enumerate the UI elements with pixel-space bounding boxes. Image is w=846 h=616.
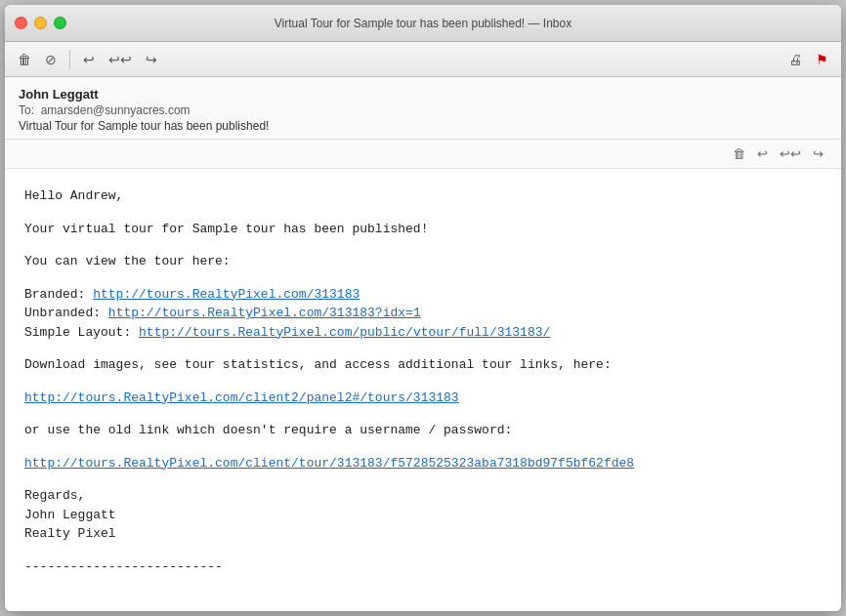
delete-icon: 🗑 (18, 52, 31, 67)
greeting: Hello Andrew, (24, 186, 822, 206)
email-body: Hello Andrew, Your virtual tour for Samp… (5, 169, 841, 611)
titlebar: Virtual Tour for Sample tour has been pu… (5, 5, 841, 42)
to-label: To: (19, 103, 41, 117)
branded-label: Branded: (24, 287, 93, 302)
forward-icon: ↪ (146, 52, 157, 67)
close-button[interactable] (15, 17, 27, 29)
to-address: amarsden@sunnyacres.com (41, 103, 190, 117)
unbranded-label: Unbranded: (24, 306, 108, 320)
sub-delete-button[interactable]: 🗑 (729, 144, 749, 163)
old-url[interactable]: http://tours.RealtyPixel.com/client/tour… (24, 456, 634, 471)
minimize-button[interactable] (34, 17, 47, 29)
sub-delete-icon: 🗑 (733, 146, 745, 161)
body-line1: Your virtual tour for Sample tour has be… (24, 220, 822, 239)
main-toolbar: 🗑 ⊘ ↩ ↩↩ ↪ 🖨 ⚑ (5, 42, 841, 77)
sub-reply-button[interactable]: ↩ (753, 144, 772, 163)
sender-name: John Leggatt (19, 87, 827, 102)
print-button[interactable]: 🖨 (783, 49, 807, 70)
body-line2: You can view the tour here: (24, 252, 822, 271)
toolbar-separator (69, 50, 70, 69)
branded-line: Branded: http://tours.RealtyPixel.com/31… (24, 285, 822, 305)
toolbar-right: 🖨 ⚑ (783, 49, 833, 70)
unbranded-line: Unbranded: http://tours.RealtyPixel.com/… (24, 304, 822, 323)
panel-link-line: http://tours.RealtyPixel.com/client2/pan… (24, 389, 822, 408)
branded-url[interactable]: http://tours.RealtyPixel.com/313183 (93, 287, 360, 302)
sub-reply-icon: ↩ (757, 146, 768, 161)
reply-icon: ↩ (83, 52, 95, 67)
junk-button[interactable]: ⊘ (40, 49, 62, 70)
simple-url[interactable]: http://tours.RealtyPixel.com/public/vtou… (139, 325, 550, 340)
reply-all-button[interactable]: ↩↩ (104, 49, 137, 70)
flag-icon: ⚑ (816, 52, 828, 67)
body-line4: or use the old link which doesn't requir… (24, 421, 822, 440)
print-icon: 🖨 (788, 52, 802, 67)
email-header: John Leggatt To: amarsden@sunnyacres.com… (5, 77, 841, 140)
sig-line1: Regards, (24, 486, 822, 506)
sig-line3: Realty Pixel (24, 524, 822, 544)
flag-button[interactable]: ⚑ (811, 49, 833, 70)
forward-button[interactable]: ↪ (141, 49, 162, 70)
window-title: Virtual Tour for Sample tour has been pu… (275, 17, 571, 30)
simple-label: Simple Layout: (24, 325, 139, 340)
old-link-line: http://tours.RealtyPixel.com/client/tour… (24, 454, 822, 473)
sub-forward-button[interactable]: ↪ (809, 144, 827, 163)
panel-url[interactable]: http://tours.RealtyPixel.com/client2/pan… (24, 390, 459, 405)
sub-reply-all-icon: ↩↩ (780, 146, 801, 161)
email-window: Virtual Tour for Sample tour has been pu… (5, 5, 841, 611)
sub-forward-icon: ↪ (813, 146, 824, 161)
window-controls (15, 17, 66, 29)
reply-button[interactable]: ↩ (78, 49, 100, 70)
maximize-button[interactable] (54, 17, 66, 29)
divider: -------------------------- (24, 557, 822, 577)
reply-all-icon: ↩↩ (108, 52, 132, 67)
email-subject: Virtual Tour for Sample tour has been pu… (19, 119, 827, 133)
body-line3: Download images, see tour statistics, an… (24, 355, 822, 375)
delete-button[interactable]: 🗑 (13, 49, 36, 70)
sub-reply-all-button[interactable]: ↩↩ (776, 144, 805, 163)
recipient: To: amarsden@sunnyacres.com (19, 103, 827, 117)
junk-icon: ⊘ (45, 52, 57, 67)
simple-line: Simple Layout: http://tours.RealtyPixel.… (24, 323, 822, 343)
sig-line2: John Leggatt (24, 506, 822, 525)
unbranded-url[interactable]: http://tours.RealtyPixel.com/313183?idx=… (108, 306, 421, 320)
sub-toolbar: 🗑 ↩ ↩↩ ↪ (5, 140, 841, 169)
